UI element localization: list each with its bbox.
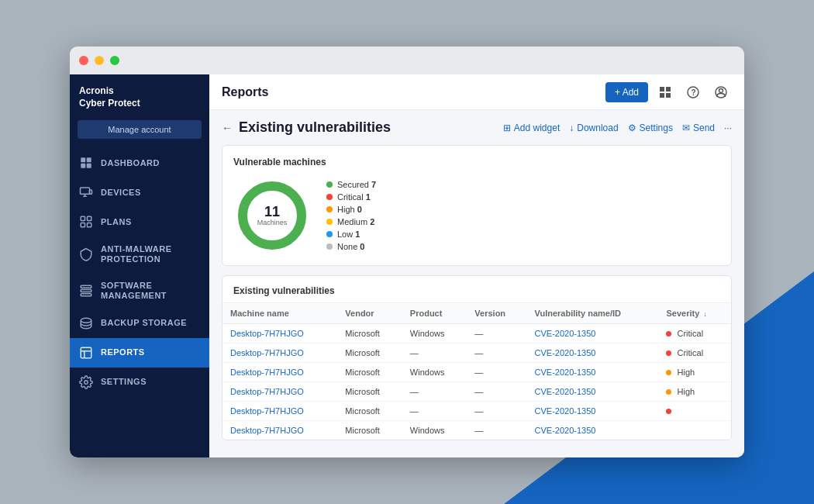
table-row: Desktop-7H7HJGO Microsoft — — CVE-2020-1… bbox=[222, 402, 731, 421]
cell-machine[interactable]: Desktop-7H7HJGO bbox=[222, 382, 337, 402]
sidebar-item-label: Plans bbox=[101, 217, 132, 227]
sidebar-item-label: Devices bbox=[101, 188, 141, 198]
svg-rect-22 bbox=[660, 93, 664, 98]
svg-rect-9 bbox=[81, 223, 85, 227]
col-machine: Machine name bbox=[222, 303, 337, 324]
sidebar-item-label: Backup Storage bbox=[101, 318, 187, 328]
add-button[interactable]: + Add bbox=[605, 82, 648, 102]
cell-machine[interactable]: Desktop-7H7HJGO bbox=[222, 421, 337, 440]
cell-vuln-id[interactable]: CVE-2020-1350 bbox=[527, 324, 659, 343]
more-button[interactable]: ··· bbox=[724, 123, 732, 133]
sidebar-item-settings[interactable]: Settings bbox=[70, 368, 209, 397]
legend-item-none: None 0 bbox=[326, 242, 376, 251]
browser-dot-close[interactable] bbox=[79, 56, 88, 65]
vulnerable-machines-widget: Vulnerable machines bbox=[222, 145, 732, 266]
software-icon bbox=[79, 284, 93, 298]
browser-dot-minimize[interactable] bbox=[95, 56, 104, 65]
grid-view-button[interactable] bbox=[654, 81, 676, 103]
cell-version: — bbox=[467, 363, 526, 382]
browser-dot-maximize[interactable] bbox=[110, 56, 119, 65]
svg-rect-8 bbox=[81, 216, 85, 220]
cell-product: — bbox=[402, 343, 467, 363]
sidebar-item-backup-storage[interactable]: Backup Storage bbox=[70, 309, 209, 338]
table-row: Desktop-7H7HJGO Microsoft Windows — CVE-… bbox=[222, 363, 731, 382]
svg-rect-12 bbox=[81, 285, 91, 288]
donut-chart: 11 Machines bbox=[233, 177, 311, 254]
svg-rect-16 bbox=[81, 347, 91, 358]
settings-button[interactable]: ⚙ Settings bbox=[628, 123, 673, 133]
manage-account-button[interactable]: Manage account bbox=[78, 120, 202, 139]
col-vuln-name: Vulnerability name/ID bbox=[527, 303, 659, 324]
cell-machine[interactable]: Desktop-7H7HJGO bbox=[222, 324, 337, 343]
svg-rect-4 bbox=[81, 188, 90, 194]
sidebar-item-label: Anti-Malware Protection bbox=[101, 244, 200, 264]
cell-version: — bbox=[467, 324, 526, 343]
top-bar-actions: + Add ? bbox=[605, 81, 732, 103]
sidebar-item-dashboard[interactable]: Dashboard bbox=[70, 148, 209, 178]
col-vendor: Vendor bbox=[337, 303, 402, 324]
cell-product: Windows bbox=[402, 324, 467, 343]
sidebar-logo: Acronis Cyber Protect bbox=[70, 74, 209, 117]
logo-line2: Cyber Protect bbox=[79, 98, 200, 110]
cell-vendor: Microsoft bbox=[337, 363, 402, 382]
cell-vuln-id[interactable]: CVE-2020-1350 bbox=[527, 402, 659, 421]
donut-number: 11 bbox=[257, 205, 288, 219]
add-widget-button[interactable]: ⊞ Add widget bbox=[503, 123, 560, 133]
svg-rect-0 bbox=[81, 157, 85, 162]
cell-version: — bbox=[467, 402, 526, 421]
cell-severity bbox=[658, 402, 731, 421]
cell-machine[interactable]: Desktop-7H7HJGO bbox=[222, 363, 337, 382]
send-button[interactable]: ✉ Send bbox=[682, 123, 715, 133]
svg-rect-21 bbox=[666, 87, 671, 91]
table-title: Existing vulnerabilities bbox=[222, 276, 731, 303]
send-icon: ✉ bbox=[682, 123, 690, 133]
cell-vuln-id[interactable]: CVE-2020-1350 bbox=[527, 382, 659, 402]
col-severity[interactable]: Severity ↓ bbox=[658, 303, 731, 324]
svg-rect-7 bbox=[90, 190, 92, 194]
send-label: Send bbox=[693, 123, 715, 133]
cell-version: — bbox=[467, 382, 526, 402]
svg-text:?: ? bbox=[692, 88, 696, 97]
severity-label: Critical bbox=[678, 348, 704, 357]
help-button[interactable]: ? bbox=[682, 81, 704, 103]
cell-machine[interactable]: Desktop-7H7HJGO bbox=[222, 343, 337, 363]
legend-label-low: Low 1 bbox=[337, 230, 360, 239]
top-bar: Reports + Add ? bbox=[209, 74, 744, 110]
cell-vuln-id[interactable]: CVE-2020-1350 bbox=[527, 363, 659, 382]
logo-line1: Acronis bbox=[79, 85, 200, 98]
severity-dot bbox=[666, 409, 671, 414]
download-button[interactable]: ↓ Download bbox=[569, 123, 618, 133]
sidebar-item-software-management[interactable]: Software Management bbox=[70, 273, 209, 309]
legend-label-secured: Secured 7 bbox=[337, 180, 376, 189]
browser-content: Acronis Cyber Protect Manage account Das… bbox=[70, 74, 744, 457]
svg-rect-13 bbox=[81, 289, 91, 292]
account-button[interactable] bbox=[710, 81, 732, 103]
legend-item-medium: Medium 2 bbox=[326, 217, 376, 226]
breadcrumb-bar: ← Existing vulnerabilities ⊞ Add widget … bbox=[222, 119, 732, 136]
shield-icon bbox=[79, 247, 93, 261]
cell-product: — bbox=[402, 382, 467, 402]
sidebar-navigation: Dashboard Devices Plans bbox=[70, 148, 209, 397]
sidebar-item-reports[interactable]: Reports bbox=[70, 338, 209, 368]
severity-label: High bbox=[678, 368, 695, 377]
sidebar-item-plans[interactable]: Plans bbox=[70, 207, 209, 236]
cell-severity: High bbox=[658, 363, 731, 382]
desktop-background: Acronis Cyber Protect Manage account Das… bbox=[0, 0, 814, 504]
cell-vuln-id[interactable]: CVE-2020-1350 bbox=[527, 343, 659, 363]
sidebar-item-devices[interactable]: Devices bbox=[70, 178, 209, 207]
legend-label-high: High 0 bbox=[337, 205, 362, 214]
main-content: Reports + Add ? bbox=[209, 74, 744, 457]
cell-vuln-id[interactable]: CVE-2020-1350 bbox=[527, 421, 659, 440]
cell-version: — bbox=[467, 421, 526, 440]
legend-dot-low bbox=[326, 231, 333, 237]
back-button[interactable]: ← bbox=[222, 122, 233, 134]
severity-dot bbox=[666, 389, 671, 395]
cell-machine[interactable]: Desktop-7H7HJGO bbox=[222, 402, 337, 421]
sidebar-item-label: Settings bbox=[101, 377, 147, 387]
settings-icon bbox=[79, 375, 93, 389]
settings-gear-icon: ⚙ bbox=[628, 123, 636, 133]
table-row: Desktop-7H7HJGO Microsoft — — CVE-2020-1… bbox=[222, 343, 731, 363]
sidebar-item-anti-malware[interactable]: Anti-Malware Protection bbox=[70, 236, 209, 272]
browser-titlebar bbox=[70, 47, 744, 74]
legend-label-critical: Critical 1 bbox=[337, 192, 371, 202]
